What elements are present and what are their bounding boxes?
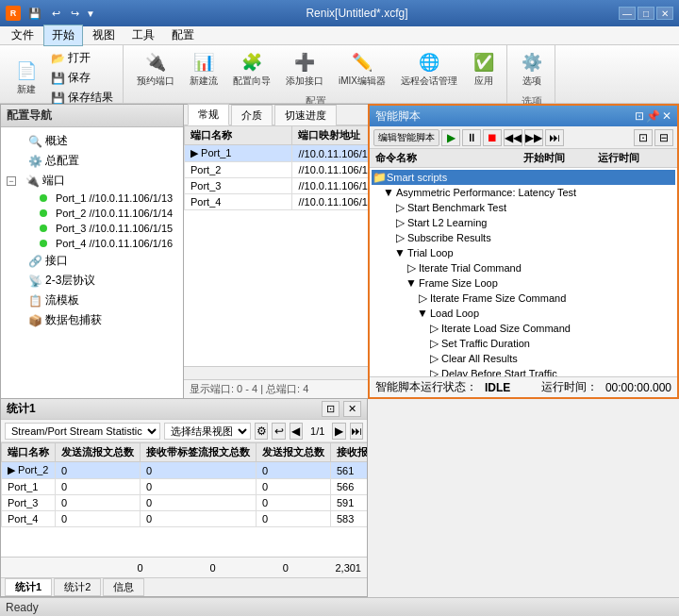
script-item-iterate-trial[interactable]: ▷ Iterate Trial Command bbox=[372, 260, 675, 275]
stats-close-btn[interactable]: ✕ bbox=[343, 401, 361, 417]
tree-item-general-config[interactable]: ⚙️ 总配置 bbox=[5, 151, 179, 171]
quick-access-save[interactable]: 💾 bbox=[25, 7, 45, 21]
imix-editor-btn[interactable]: ✏️ iMIX编辑器 bbox=[333, 49, 391, 91]
menu-tools[interactable]: 工具 bbox=[124, 25, 162, 45]
tree-item-stream-template[interactable]: 📋 流模板 bbox=[5, 291, 179, 310]
script-col-name-header: 命令名称 bbox=[375, 151, 523, 165]
script-item-start-benchmark[interactable]: ▷ Start Benchmark Test bbox=[372, 200, 675, 215]
quick-access-more[interactable]: ▼ bbox=[86, 8, 95, 19]
prev-btn[interactable]: ◀◀ bbox=[504, 129, 522, 146]
play-btn[interactable]: ▶ bbox=[441, 129, 460, 146]
script-item-iterate-load[interactable]: ▷ Iterate Load Size Command bbox=[372, 321, 675, 336]
tree-item-interface[interactable]: 🔗 接口 bbox=[5, 251, 179, 271]
script-item-asymmetric[interactable]: ▼ Asymmetric Performance: Latency Test bbox=[372, 185, 675, 200]
remote-session-btn[interactable]: 🌐 远程会话管理 bbox=[395, 49, 463, 91]
menu-file[interactable]: 文件 bbox=[4, 25, 41, 45]
next-btn[interactable]: ▶▶ bbox=[524, 129, 543, 146]
script-item-trial-loop[interactable]: ▼ Trial Loop bbox=[372, 245, 675, 260]
tree-item-port4[interactable]: Port_4 //10.0.11.106/1/16 bbox=[5, 236, 179, 251]
save-result-icon: 💾 bbox=[51, 92, 65, 105]
script-trial-expand[interactable]: ▼ bbox=[394, 246, 406, 259]
tree-item-packet-capture[interactable]: 📦 数据包捕获 bbox=[5, 310, 179, 330]
edit-script-btn[interactable]: 编辑智能脚本 bbox=[373, 129, 439, 146]
save-btn[interactable]: 💾 保存 bbox=[47, 69, 117, 87]
tree-item-overview[interactable]: 🔍 概述 bbox=[5, 131, 179, 151]
stats-port4-txtotal: 0 bbox=[257, 511, 331, 527]
smart-scripts-title-controls: ⊡ 📌 ✕ bbox=[635, 109, 671, 123]
script-item-root[interactable]: 📁 Smart scripts bbox=[372, 170, 675, 185]
tab-speed[interactable]: 切速进度 bbox=[274, 105, 337, 125]
script-item-delay-before[interactable]: ▷ Delay Before Start Traffic bbox=[372, 366, 675, 376]
col-port-name: 端口名称 bbox=[185, 126, 292, 145]
stats-tab-info[interactable]: 信息 bbox=[103, 578, 144, 596]
quick-access-undo[interactable]: ↩ bbox=[48, 7, 64, 21]
port1-status-dot bbox=[40, 194, 47, 202]
stats-toolbar: Stream/Port Stream Statistic 选择结果视图 ⚙ ↩ … bbox=[1, 420, 367, 442]
script-framesize-expand[interactable]: ▼ bbox=[406, 276, 417, 290]
script-item-iterate-framesize[interactable]: ▷ Iterate Frame Size Command bbox=[372, 291, 675, 306]
stats-float-btn[interactable]: ⊡ bbox=[322, 401, 340, 417]
script-item-load-loop[interactable]: ▼ Load Loop bbox=[372, 306, 675, 321]
tree-item-port2[interactable]: Port_2 //10.0.11.106/1/14 bbox=[5, 206, 179, 221]
stats-tab-2[interactable]: 统计2 bbox=[54, 578, 101, 596]
ports-expand-icon[interactable]: − bbox=[7, 176, 16, 186]
tree-item-port3[interactable]: Port_3 //10.0.11.106/1/15 bbox=[5, 221, 179, 236]
config-wizard-icon: 🧩 bbox=[241, 52, 262, 73]
open-btn[interactable]: 📂 打开 bbox=[47, 49, 117, 67]
end-btn[interactable]: ⏭ bbox=[545, 129, 564, 146]
script-asymmetric-expand[interactable]: ▼ bbox=[383, 186, 394, 199]
script-item-frame-size-loop[interactable]: ▼ Frame Size Loop bbox=[372, 275, 675, 291]
restore-btn[interactable]: □ bbox=[638, 7, 654, 20]
stats-row-port1[interactable]: Port_1 0 0 0 566 0 bbox=[2, 479, 368, 495]
menu-config[interactable]: 配置 bbox=[164, 25, 202, 45]
apply-btn[interactable]: ✅ 应用 bbox=[467, 49, 501, 91]
ss-float-btn[interactable]: ⊟ bbox=[654, 129, 673, 146]
tree-item-l23-protocol[interactable]: 📡 2-3层协议 bbox=[5, 271, 179, 291]
add-interface-btn[interactable]: ➕ 添加接口 bbox=[280, 49, 329, 91]
layout-container: 配置导航 🔍 概述 ⚙️ 总配置 − 🔌 bbox=[0, 104, 679, 597]
status-text: Ready bbox=[6, 601, 39, 614]
new-btn[interactable]: 📄 新建 bbox=[9, 58, 43, 99]
stats-tool2[interactable]: ↩ bbox=[272, 423, 285, 440]
stats-end-btn[interactable]: ⏭ bbox=[350, 423, 363, 440]
script-col-start-header: 开始时间 bbox=[523, 151, 598, 165]
stats-view-select[interactable]: 选择结果视图 bbox=[164, 423, 251, 440]
stop-btn[interactable]: ⏹ bbox=[483, 129, 502, 146]
stats-col-tx-total: 发送报文总数 bbox=[257, 443, 331, 462]
stats-port3-rxtagged: 0 bbox=[141, 495, 257, 511]
tab-media[interactable]: 介质 bbox=[231, 105, 273, 125]
stats-stream-select[interactable]: Stream/Port Stream Statistic bbox=[5, 423, 160, 440]
window-title: Renix[Untitled*.xcfg] bbox=[306, 7, 407, 20]
script-item-subscribe[interactable]: ▷ Subscribe Results bbox=[372, 230, 675, 245]
reserve-port-btn[interactable]: 🔌 预约端口 bbox=[131, 49, 180, 91]
close-btn[interactable]: ✕ bbox=[656, 7, 673, 20]
stats-tab-1[interactable]: 统计1 bbox=[5, 578, 52, 596]
menu-view[interactable]: 视图 bbox=[85, 25, 123, 45]
stats-row-port4[interactable]: Port_4 0 0 0 583 0 bbox=[2, 511, 368, 527]
float-icon[interactable]: ⊡ bbox=[635, 109, 644, 123]
new-stream-btn[interactable]: 📊 新建流 bbox=[184, 49, 224, 91]
menu-start[interactable]: 开始 bbox=[43, 25, 83, 46]
script-item-clear-results[interactable]: ▷ Clear All Results bbox=[372, 351, 675, 366]
tree-item-ports[interactable]: − 🔌 端口 bbox=[5, 171, 179, 191]
stats-row-port2[interactable]: ▶ Port_2 0 0 0 561 0 bbox=[2, 462, 368, 479]
config-wizard-btn[interactable]: 🧩 配置向导 bbox=[227, 49, 276, 91]
script-loadloop-expand[interactable]: ▼ bbox=[417, 307, 428, 320]
script-item-set-traffic-duration[interactable]: ▷ Set Traffic Duration bbox=[372, 336, 675, 351]
stats-prev-btn[interactable]: ◀ bbox=[290, 423, 303, 440]
pause-btn[interactable]: ⏸ bbox=[462, 129, 481, 146]
ss-expand-btn[interactable]: ⊡ bbox=[634, 129, 653, 146]
tree-item-port1[interactable]: Port_1 //10.0.11.106/1/13 bbox=[5, 191, 179, 206]
quick-access-redo[interactable]: ↪ bbox=[67, 7, 83, 21]
stats-next-btn[interactable]: ▶ bbox=[332, 423, 345, 440]
stats-tool1[interactable]: ⚙ bbox=[255, 423, 268, 440]
ss-close-icon[interactable]: ✕ bbox=[662, 109, 671, 123]
pin-icon[interactable]: 📌 bbox=[646, 109, 660, 123]
stats-port1-txtotal: 0 bbox=[257, 479, 331, 495]
options-btn[interactable]: ⚙️ 选项 bbox=[515, 49, 549, 91]
smart-scripts-title: 智能脚本 bbox=[375, 108, 421, 125]
script-item-start-l2[interactable]: ▷ Start L2 Learning bbox=[372, 215, 675, 230]
stats-row-port3[interactable]: Port_3 0 0 0 591 0 bbox=[2, 495, 368, 511]
minimize-btn[interactable]: — bbox=[619, 7, 636, 20]
tab-general[interactable]: 常规 bbox=[188, 104, 229, 125]
